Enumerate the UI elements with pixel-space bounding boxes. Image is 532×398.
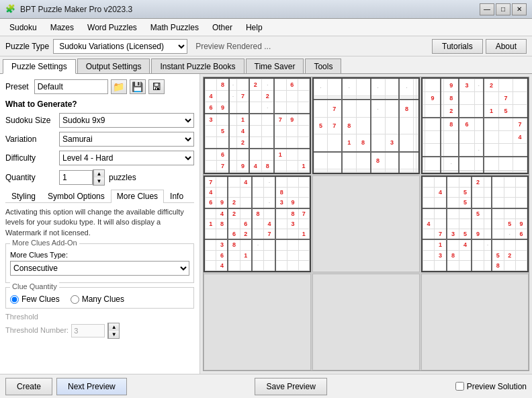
tab-instant-puzzle-books[interactable]: Instant Puzzle Books bbox=[151, 58, 244, 73]
sub-tab-styling[interactable]: Styling bbox=[5, 190, 42, 202]
sudoku-grid-8 bbox=[312, 274, 420, 370]
sudoku-grid-2: · · · · bbox=[312, 77, 420, 174]
sudoku-grid-5 bbox=[312, 175, 420, 272]
close-button[interactable]: ✕ bbox=[512, 3, 527, 15]
left-panel: Preset 📁 💾 🖫 What to Generate? Sudoku Si… bbox=[0, 74, 200, 374]
clue-quantity-title: Clue Quantity bbox=[10, 282, 59, 290]
tab-output-settings[interactable]: Output Settings bbox=[77, 58, 150, 73]
open-preset-button[interactable]: 📁 bbox=[111, 79, 127, 94]
few-clues-option[interactable]: Few Clues bbox=[10, 294, 60, 304]
menu-word-puzzles[interactable]: Word Puzzles bbox=[81, 21, 144, 34]
threshold-down-button[interactable]: ▼ bbox=[108, 331, 119, 338]
sub-tab-bar: Styling Symbol Options More Clues Info bbox=[5, 190, 194, 203]
sudoku-size-row: Sudoku Size Sudoku 9x9 bbox=[5, 113, 194, 128]
threshold-spinner[interactable]: ▲ ▼ bbox=[107, 323, 120, 339]
bottom-bar: Create Next Preview Save Preview Preview… bbox=[0, 374, 532, 398]
sudoku-grid-1: 8 · 2 · 6 4 · 7 2 bbox=[204, 77, 311, 174]
sudoku-table-6: 2 4 5 bbox=[423, 177, 527, 271]
preview-label: Preview Rendered ... bbox=[195, 42, 432, 51]
threshold-title: Threshold bbox=[5, 313, 194, 321]
many-clues-label: Many Clues bbox=[82, 294, 124, 304]
clue-quantity-content: Few Clues Many Clues bbox=[10, 292, 189, 304]
clues-type-label: More Clues Type: bbox=[10, 251, 189, 259]
sudoku-size-label: Sudoku Size bbox=[5, 116, 59, 125]
quantity-down-button[interactable]: ▼ bbox=[93, 177, 104, 185]
variation-row: Variation Samurai bbox=[5, 132, 194, 147]
right-panel: 8 · 2 · 6 4 · 7 2 bbox=[200, 74, 532, 374]
preview-solution-checkbox[interactable] bbox=[455, 382, 464, 391]
quantity-spinner[interactable]: ▲ ▼ bbox=[93, 169, 105, 186]
variation-select[interactable]: Samurai bbox=[59, 132, 194, 147]
next-preview-button[interactable]: Next Preview bbox=[56, 378, 127, 395]
threshold-up-button[interactable]: ▲ bbox=[108, 323, 119, 331]
difficulty-label: Difficulty bbox=[5, 153, 59, 163]
menu-bar: Sudoku Mazes Word Puzzles Math Puzzles O… bbox=[0, 19, 532, 36]
sudoku-grid-6: 2 4 5 bbox=[421, 175, 529, 272]
clues-type-select[interactable]: Consecutive bbox=[10, 261, 189, 276]
threshold-input[interactable] bbox=[71, 324, 105, 337]
menu-other[interactable]: Other bbox=[206, 21, 239, 34]
tab-tools[interactable]: Tools bbox=[305, 58, 341, 73]
quantity-input[interactable] bbox=[59, 170, 93, 185]
minimize-button[interactable]: — bbox=[480, 3, 494, 15]
clue-quantity-group: Clue Quantity Few Clues Many Clues bbox=[5, 287, 194, 309]
app-title: BPT Puzzle Maker Pro v2023.3 bbox=[20, 5, 480, 14]
sudoku-grid-3: 9 3 · 2 9 8 7 bbox=[421, 77, 529, 174]
what-to-generate-title: What to Generate? bbox=[5, 100, 194, 109]
more-clues-addon-title: More Clues Add-On bbox=[10, 239, 79, 247]
save-as-preset-button[interactable]: 🖫 bbox=[148, 79, 165, 94]
info-text: Activating this option will change the a… bbox=[5, 207, 194, 238]
create-button[interactable]: Create bbox=[5, 378, 52, 395]
sudoku-table-2: · · · · bbox=[314, 79, 418, 173]
quantity-unit: puzzles bbox=[109, 173, 136, 182]
more-clues-addon-group: More Clues Add-On More Clues Type: Conse… bbox=[5, 243, 194, 283]
save-preview-button[interactable]: Save Preview bbox=[255, 378, 326, 395]
sudoku-size-select[interactable]: Sudoku 9x9 bbox=[59, 113, 194, 128]
preset-input[interactable] bbox=[34, 79, 108, 94]
sudoku-table-1: 8 · 2 · 6 4 · 7 2 bbox=[205, 79, 310, 173]
menu-sudoku[interactable]: Sudoku bbox=[3, 21, 44, 34]
quantity-row: Quantity ▲ ▼ puzzles bbox=[5, 169, 194, 186]
tutorials-button[interactable]: Tutorials bbox=[432, 39, 483, 54]
threshold-row: Threshold Number: ▲ ▼ bbox=[5, 323, 194, 339]
sudoku-grid-9 bbox=[421, 274, 529, 370]
many-clues-radio[interactable] bbox=[71, 295, 79, 304]
title-bar: 🧩 BPT Puzzle Maker Pro v2023.3 — □ ✕ bbox=[0, 0, 532, 19]
more-clues-addon-content: More Clues Type: Consecutive bbox=[10, 248, 189, 278]
difficulty-select[interactable]: Level 4 - Hard bbox=[59, 151, 194, 165]
puzzle-type-select[interactable]: Sudoku Variations (Licensed) bbox=[53, 39, 187, 54]
tab-bar: Puzzle Settings Output Settings Instant … bbox=[0, 56, 532, 74]
difficulty-row: Difficulty Level 4 - Hard bbox=[5, 151, 194, 165]
few-clues-radio[interactable] bbox=[10, 295, 19, 304]
puzzle-container: 8 · 2 · 6 4 · 7 2 bbox=[203, 77, 529, 371]
many-clues-option[interactable]: Many Clues bbox=[71, 294, 124, 304]
menu-help[interactable]: Help bbox=[239, 21, 269, 34]
tab-time-saver[interactable]: Time Saver bbox=[246, 58, 304, 73]
sub-tab-symbol-options[interactable]: Symbol Options bbox=[42, 190, 111, 202]
toolbar-links: Tutorials About bbox=[432, 39, 527, 54]
menu-mazes[interactable]: Mazes bbox=[44, 21, 81, 34]
about-button[interactable]: About bbox=[486, 39, 527, 54]
toolbar: Puzzle Type Sudoku Variations (Licensed)… bbox=[0, 36, 532, 56]
main-layout: Preset 📁 💾 🖫 What to Generate? Sudoku Si… bbox=[0, 74, 532, 374]
tab-puzzle-settings[interactable]: Puzzle Settings bbox=[3, 59, 76, 74]
sudoku-table-4: 7 4 · 4 bbox=[205, 177, 310, 271]
menu-math-puzzles[interactable]: Math Puzzles bbox=[144, 21, 206, 34]
save-preset-button[interactable]: 💾 bbox=[130, 79, 146, 94]
sub-tab-info[interactable]: Info bbox=[164, 190, 189, 202]
sudoku-grid-4: 7 4 · 4 bbox=[204, 175, 311, 272]
preset-row: Preset 📁 💾 🖫 bbox=[5, 79, 194, 94]
sudoku-grid-7 bbox=[204, 274, 311, 370]
sudoku-table-3: 9 3 · 2 9 8 7 bbox=[423, 79, 527, 173]
quantity-label: Quantity bbox=[5, 173, 59, 182]
maximize-button[interactable]: □ bbox=[496, 3, 511, 15]
sub-tab-more-clues[interactable]: More Clues bbox=[111, 190, 164, 203]
threshold-label: Threshold Number: bbox=[5, 326, 69, 334]
quantity-up-button[interactable]: ▲ bbox=[93, 170, 104, 177]
puzzle-type-label: Puzzle Type bbox=[5, 42, 49, 51]
variation-label: Variation bbox=[5, 134, 59, 144]
app-icon: 🧩 bbox=[5, 4, 16, 15]
preview-solution-section: Preview Solution bbox=[455, 382, 527, 391]
preset-label: Preset bbox=[5, 82, 29, 91]
preview-solution-label: Preview Solution bbox=[467, 382, 527, 391]
